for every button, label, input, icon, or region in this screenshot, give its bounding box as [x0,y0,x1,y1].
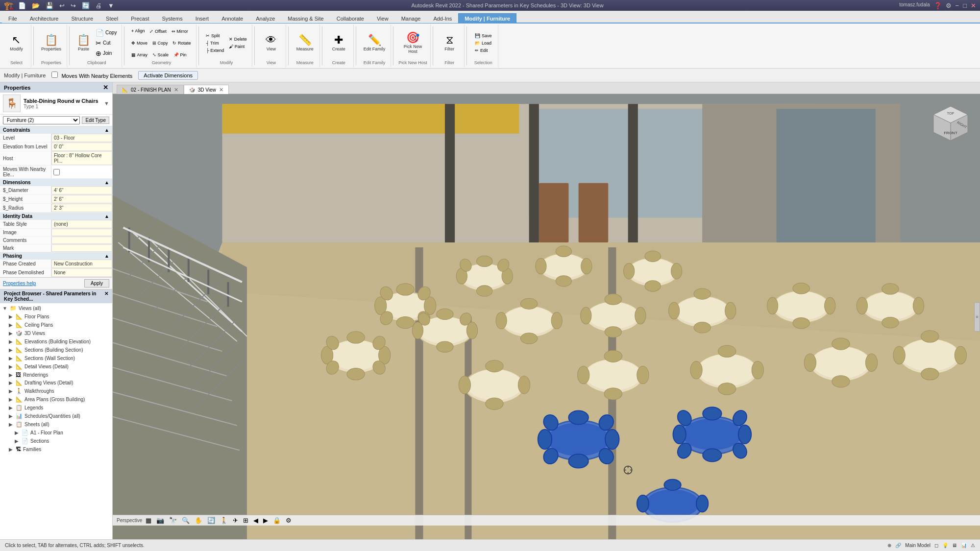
copy-button[interactable]: 📄 Copy [94,28,119,38]
trim-button[interactable]: ┤ Trim [204,40,226,47]
nav-lock-button[interactable]: 🔒 [271,517,282,524]
offset-button[interactable]: ⤢ Offset [147,28,168,35]
table-style-value[interactable]: (none) [51,220,112,228]
nav-2d-button[interactable]: ▦ [144,517,153,524]
pin-button[interactable]: 📌 Pin [172,51,189,58]
view-button[interactable]: 👁 View [262,33,280,53]
load-selection-button[interactable]: 📂 Load [473,40,494,47]
tab-precast[interactable]: Precast [124,13,155,23]
split-button[interactable]: ✂ Split [204,32,226,39]
paste-button[interactable]: 📋 Paste [74,33,93,53]
furniture-count-selector[interactable]: Furniture (2) [3,116,80,124]
tab-steel[interactable]: Steel [99,13,124,23]
array-button[interactable]: ▦ Array [129,51,149,58]
tree-legends[interactable]: ▶ 📋 Legends [0,404,112,412]
properties-button[interactable]: 📋 Properties [39,33,64,53]
nav-walkthrough-button[interactable]: 🚶 [219,517,229,524]
activate-dimensions-button[interactable]: Activate Dimensions [138,71,198,80]
tab-collaborate[interactable]: Collaborate [330,13,370,23]
apply-button[interactable]: Apply [84,279,109,287]
qat-print[interactable]: 🖨 [94,1,103,10]
properties-close-button[interactable]: ✕ [103,84,108,91]
nav-camera-button[interactable]: 📷 [155,517,166,524]
tab-manage[interactable]: Manage [395,13,427,23]
s-radius-value[interactable]: 2' 3" [51,204,112,212]
tree-root[interactable]: ▼ 📁 Views (all) [0,304,112,312]
identity-section[interactable]: Identity Data ▲ [0,213,112,220]
modify-button[interactable]: ↖ Modify [7,33,25,53]
phasing-section[interactable]: Phasing ▲ [0,252,112,260]
tree-drafting[interactable]: ▶ 📐 Drafting Views (Detail) [0,379,112,387]
s-height-value[interactable]: 2' 6" [51,195,112,203]
moves-with-nearby-checkbox-label[interactable]: Moves With Nearby Elements [51,72,132,79]
create-button[interactable]: ✚ Create [330,33,348,53]
nav-next-button[interactable]: ▶ [262,517,270,524]
align-button[interactable]: ⌖ Align [129,27,147,35]
browser-close-button[interactable]: ✕ [104,291,108,302]
move-button[interactable]: ✥ Move [129,40,149,47]
extend-button[interactable]: ├ Extend [204,47,226,54]
pick-host-button[interactable]: 🎯 Pick New Host [399,31,426,55]
right-panel-handle[interactable]: ≡ [974,302,980,332]
measure-button[interactable]: 📏 Measure [294,33,316,53]
tree-elevations[interactable]: ▶ 📐 Elevations (Building Elevation) [0,337,112,346]
tab-3d-view[interactable]: 🎲 3D View ✕ [184,85,229,94]
tab-annotate[interactable]: Annotate [215,13,249,23]
tab-systems[interactable]: Systems [155,13,189,23]
tree-renderings[interactable]: ▶ 🖼 Renderings [0,371,112,379]
nav-zoom-button[interactable]: 🔍 [180,517,191,524]
s-diameter-value[interactable]: 4' 6" [51,186,112,194]
filter-button[interactable]: ⧖ Filter [441,33,458,53]
qat-new[interactable]: 📄 [17,1,27,10]
qat-undo[interactable]: ↩ [58,1,66,10]
tab-insert[interactable]: Insert [189,13,216,23]
finish-plan-close[interactable]: ✕ [174,87,178,93]
tree-a2-sections[interactable]: ▶ 📄 Sections [0,437,112,445]
elevation-value[interactable]: 0' 0" [51,143,112,151]
nav-pan-button[interactable]: ✋ [193,517,204,524]
join-button[interactable]: ⊕ Join [94,48,119,58]
tree-sections-building[interactable]: ▶ 📐 Sections (Building Section) [0,346,112,354]
tree-walkthroughs[interactable]: ▶ 🚶 Walkthroughs [0,387,112,395]
minimize-button[interactable]: − [956,2,959,9]
constraints-section[interactable]: Constraints ▲ [0,126,112,134]
nav-settings-button[interactable]: ⚙ [284,517,293,524]
properties-help-link[interactable]: Properties help [3,281,36,286]
tab-finish-plan[interactable]: 📐 02 - FINISH PLAN ✕ [117,85,184,94]
scale-button[interactable]: ⤡ Scale [150,51,171,58]
tab-view[interactable]: View [370,13,395,23]
tab-structure[interactable]: Structure [65,13,99,23]
tree-area-plans[interactable]: ▶ 📐 Area Plans (Gross Building) [0,395,112,404]
3d-view-close[interactable]: ✕ [219,87,223,93]
edit-selection-button[interactable]: ✏ Edit [473,47,494,54]
tab-modify-furniture[interactable]: Modify | Furniture [458,13,516,23]
tab-massing[interactable]: Massing & Site [281,13,330,23]
mirror-button[interactable]: ⇔ Mirror [170,28,190,35]
viewcube[interactable]: FRONT TOP RIGHT [931,104,970,143]
tree-ceiling-plans[interactable]: ▶ 📐 Ceiling Plans [0,321,112,329]
edit-family-button[interactable]: ✏️ Edit Family [361,33,388,53]
tab-addins[interactable]: Add-Ins [427,13,458,23]
viewport-3d[interactable]: FRONT TOP RIGHT ≡ Perspective ▦ 📷 🔭 🔍 ✋ … [113,94,980,539]
moves-with-nearby-checkbox[interactable] [51,72,58,78]
nav-fly-button[interactable]: ✈ [231,517,240,524]
comments-value[interactable] [51,237,112,244]
nav-prev-button[interactable]: ◀ [252,517,260,524]
dimensions-section[interactable]: Dimensions ▲ [0,179,112,186]
tree-detail-views[interactable]: ▶ 📐 Detail Views (Detail) [0,362,112,371]
mark-value[interactable] [51,244,112,252]
qat-more[interactable]: ▼ [106,1,116,10]
level-value[interactable]: 03 - Floor [51,134,112,142]
tree-3d-views[interactable]: ▶ 🎲 3D Views [0,329,112,337]
settings-button[interactable]: ⚙ [946,2,952,9]
image-value[interactable] [51,229,112,236]
help-button[interactable]: ❓ [934,2,942,9]
tree-families[interactable]: ▶ 🏗 Families [0,445,112,453]
qat-sync[interactable]: 🔄 [80,1,91,10]
tree-sheets[interactable]: ▶ 📋 Sheets (all) [0,420,112,429]
tab-architecture[interactable]: Architecture [24,13,65,23]
save-selection-button[interactable]: 💾 Save [473,32,494,39]
nav-orbit-button[interactable]: 🔄 [206,517,217,524]
tree-floor-plans[interactable]: ▶ 📐 Floor Plans [0,312,112,321]
phase-demolished-value[interactable]: None [51,268,112,277]
